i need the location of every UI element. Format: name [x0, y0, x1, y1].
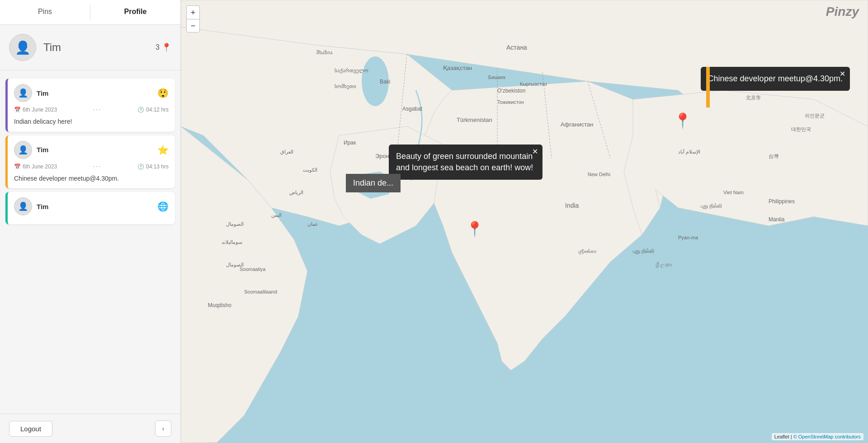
map-pin-icon: 📍: [161, 42, 171, 52]
svg-text:عمان: عمان: [307, 221, 318, 227]
svg-text:Астана: Астана: [506, 44, 527, 51]
svg-text:Афганистан: Афганистан: [561, 121, 593, 128]
svg-text:اليمن: اليمن: [271, 212, 282, 218]
post-dots-2[interactable]: ···: [93, 163, 101, 171]
zoom-out-button[interactable]: −: [186, 19, 200, 33]
svg-text:ஶ்ரீலங்கா: ஶ்ரீலங்கா: [579, 248, 597, 255]
svg-text:الصومال: الصومال: [226, 221, 244, 227]
svg-text:Pyan-ma: Pyan-ma: [678, 235, 698, 240]
popup-indian-delicacy: Indian de...: [346, 174, 401, 192]
svg-text:Кыргызстан: Кыргызстан: [520, 81, 547, 87]
post-username-2: Tim: [37, 146, 153, 154]
svg-text:Soomaalilaand: Soomaalilaand: [244, 289, 277, 294]
post-emoji-3: 🌐: [157, 201, 169, 212]
svg-text:Қазақстан: Қазақстан: [443, 65, 472, 71]
profile-name: Tim: [43, 41, 148, 54]
svg-text:O'zbekiston: O'zbekiston: [497, 88, 525, 94]
svg-text:الرياض: الرياض: [289, 190, 303, 196]
svg-text:Asgabat: Asgabat: [402, 106, 423, 112]
osm-link[interactable]: © OpenStreetMap contributors: [793, 434, 861, 439]
profile-header: 👤 Tim 3 📍: [0, 25, 180, 70]
post-avatar-3: 👤: [14, 197, 32, 215]
avatar: 👤: [9, 34, 36, 61]
map-pin-bangladesh[interactable]: 📍: [466, 220, 484, 238]
post-time-2: 🕐 04:13 hrs: [137, 163, 169, 170]
calendar-icon-2: 📅: [14, 163, 21, 170]
map-container[interactable]: Астана Қазақстан O'zbekiston Тожикистон …: [181, 0, 868, 443]
svg-text:سومالیلاند: سومالیلاند: [222, 239, 242, 245]
popup-chinese-meetup: ✕ Chinese developer meetup@4.30pm.: [701, 67, 850, 91]
post-avatar-1: 👤: [14, 84, 32, 102]
svg-text:Türkmenistan: Türkmenistan: [457, 117, 492, 123]
svg-text:الإسلام آباد: الإسلام آباد: [678, 149, 700, 155]
popup-indian-text: Indian de...: [353, 178, 393, 187]
post-card-1: 👤 Tim 😲 📅 6th June 2023 ··· 🕐 04:12 hrs …: [5, 79, 175, 132]
logout-button[interactable]: Logout: [9, 421, 52, 437]
svg-text:Philippines: Philippines: [769, 198, 795, 205]
post-time-1: 🕐 04:12 hrs: [137, 107, 169, 113]
map-controls: + −: [186, 5, 200, 33]
tab-profile-label: Profile: [124, 8, 147, 16]
post-content-2: Chinese developer meetup@4.30pm.: [14, 174, 169, 183]
post-time-text-2: 04:13 hrs: [146, 163, 169, 170]
popup-beauty-close-button[interactable]: ✕: [532, 147, 538, 156]
bottom-bar: Logout ‹: [0, 414, 180, 443]
calendar-icon-1: 📅: [14, 107, 21, 113]
svg-text:საქართველო: საქართველო: [335, 68, 368, 74]
tab-pins-label: Pins: [38, 8, 52, 16]
post-dots-1[interactable]: ···: [93, 106, 101, 114]
post-date-2: 📅 6th June 2023: [14, 163, 57, 170]
post-date-1: 📅 6th June 2023: [14, 107, 57, 113]
post-top-1: 👤 Tim 😲: [14, 84, 169, 102]
svg-text:الكويت: الكويت: [303, 167, 317, 173]
svg-text:Manila: Manila: [769, 216, 785, 223]
plus-icon: +: [191, 9, 196, 17]
map-pin-china[interactable]: 📍: [674, 112, 692, 129]
collapse-sidebar-button[interactable]: ‹: [155, 420, 171, 437]
svg-text:العراق: العراق: [280, 149, 293, 155]
tab-pins[interactable]: Pins: [0, 0, 90, 24]
post-time-text-1: 04:12 hrs: [146, 107, 169, 113]
chevron-left-icon: ‹: [162, 425, 165, 432]
svg-text:대한민국: 대한민국: [791, 126, 811, 132]
map-attribution: Leaflet | © OpenStreetMap contributors: [772, 433, 863, 440]
pin-count-number: 3: [156, 43, 160, 51]
sidebar: Pins Profile 👤 Tim 3 📍 👤 Tim 😲: [0, 0, 181, 443]
zoom-in-button[interactable]: +: [186, 5, 200, 19]
svg-text:台灣: 台灣: [769, 154, 778, 159]
svg-text:New Delhi: New Delhi: [588, 172, 610, 177]
post-avatar-icon-2: 👤: [18, 145, 28, 155]
pin-count-display: 3 📍: [156, 42, 171, 52]
tab-bar: Pins Profile: [0, 0, 180, 25]
clock-icon-1: 🕐: [137, 107, 144, 113]
popup-chinese-text: Chinese developer meetup@4.30pm.: [708, 74, 843, 83]
svg-text:Тожикистон: Тожикистон: [497, 99, 524, 105]
svg-text:Baki: Baki: [380, 79, 390, 85]
svg-text:புது தில்லி: புது தில்லி: [633, 248, 654, 255]
svg-text:ශ්‍රී ලංකා: ශ්‍රී ලංකා: [656, 262, 672, 268]
popup-chinese-close-button[interactable]: ✕: [840, 70, 845, 78]
post-username-1: Tim: [37, 89, 153, 97]
svg-text:北京市: 北京市: [746, 95, 761, 100]
post-avatar-icon-3: 👤: [18, 201, 28, 211]
post-emoji-1: 😲: [157, 88, 169, 98]
avatar-icon: 👤: [15, 40, 31, 55]
popup-beauty: ✕ Beauty of green surrounded mountain an…: [389, 145, 542, 180]
tab-profile[interactable]: Profile: [90, 0, 180, 24]
post-meta-1: 📅 6th June 2023 ··· 🕐 04:12 hrs: [14, 106, 169, 114]
svg-text:Viet Nam: Viet Nam: [723, 190, 744, 195]
post-card-2: 👤 Tim ⭐ 📅 6th June 2023 ··· 🕐 04:13 hrs …: [5, 135, 175, 189]
post-avatar-icon-1: 👤: [18, 88, 28, 98]
svg-text:Ирак: Ирак: [344, 140, 356, 146]
post-date-text-2: 6th June 2023: [23, 163, 57, 170]
post-emoji-2: ⭐: [157, 145, 169, 155]
svg-text:შხაზია: შხაზია: [316, 50, 333, 55]
minus-icon: −: [191, 22, 196, 30]
post-top-3: 👤 Tim 🌐: [14, 197, 169, 215]
post-date-text-1: 6th June 2023: [23, 107, 57, 113]
svg-text:புது தில்லி: புது தில்லி: [701, 203, 722, 210]
popup-accent-bar: [706, 67, 710, 107]
post-card-3: 👤 Tim 🌐: [5, 192, 175, 224]
svg-text:의인문군: 의인문군: [805, 113, 825, 118]
post-top-2: 👤 Tim ⭐: [14, 141, 169, 159]
